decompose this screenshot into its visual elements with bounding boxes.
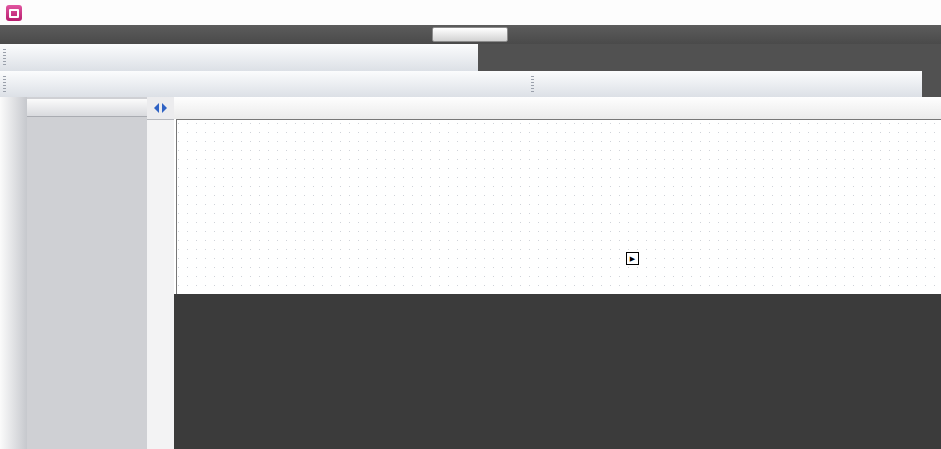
vertical-ruler: [147, 97, 175, 449]
collapse-left-icon: [154, 103, 159, 113]
horizontal-ruler: [174, 97, 941, 120]
panel-header[interactable]: [27, 99, 147, 117]
toolbar-grip-3[interactable]: [531, 76, 534, 93]
design-canvas: ▶: [174, 97, 941, 449]
panel-collapse-control[interactable]: [147, 97, 174, 120]
overflow-marker-icon[interactable]: ▶: [626, 252, 639, 265]
report-page[interactable]: ▶: [174, 119, 941, 294]
toolbar-standard: [0, 44, 478, 72]
report-designer-window: ▶: [0, 0, 941, 449]
toolbar-borders: [528, 71, 922, 98]
report-bands-panel: [27, 97, 148, 449]
canvas-background: [174, 294, 941, 449]
toolbar-format: [0, 71, 528, 98]
collapse-right-icon: [162, 103, 167, 113]
app-icon: [6, 5, 22, 21]
design-toolbox: [0, 97, 28, 449]
title-bar: [0, 0, 941, 26]
page-edge: [176, 119, 941, 294]
toolbar-grip-2[interactable]: [3, 76, 6, 93]
toolbar-grip[interactable]: [3, 49, 6, 66]
preview-button[interactable]: [432, 27, 508, 42]
menu-bar: [0, 25, 941, 44]
toolbar-background-2: [922, 71, 941, 97]
toolbar-background: [478, 44, 941, 71]
